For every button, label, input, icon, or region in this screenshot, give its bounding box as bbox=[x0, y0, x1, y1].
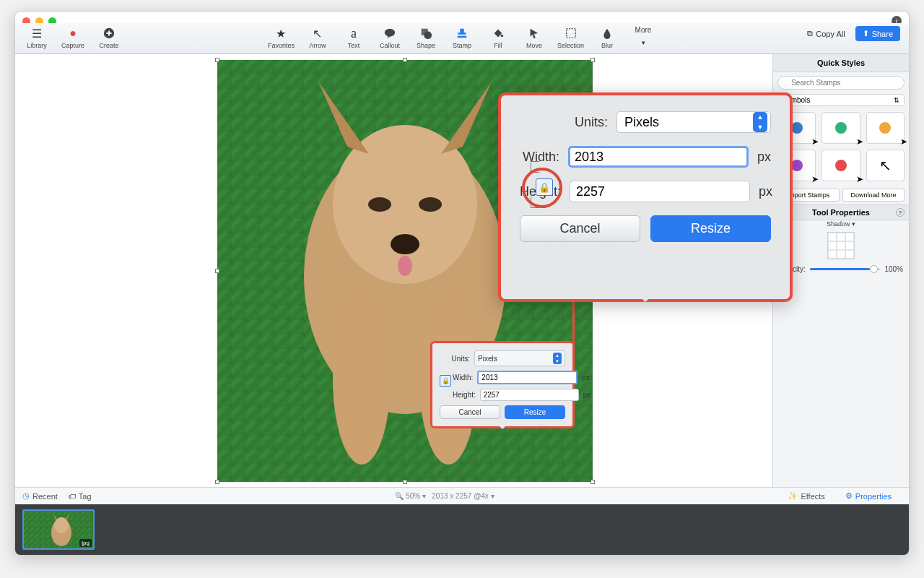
canvas-dimensions[interactable]: 2013 x 2257 @4x ▾ bbox=[432, 492, 494, 500]
height-input[interactable] bbox=[480, 389, 579, 401]
quick-styles-title: Quick Styles bbox=[773, 54, 909, 72]
px-unit: px bbox=[582, 374, 590, 381]
bucket-icon bbox=[491, 26, 505, 40]
share-button[interactable]: ⬆ Share bbox=[855, 26, 900, 41]
text-label: Text bbox=[348, 42, 360, 49]
svg-point-11 bbox=[391, 234, 419, 254]
titlebar: i bbox=[15, 12, 909, 23]
svg-rect-6 bbox=[566, 29, 575, 38]
star-icon: ★ bbox=[274, 26, 288, 40]
width-input[interactable] bbox=[477, 371, 578, 384]
cursor-icon: ➤ bbox=[900, 137, 907, 147]
resize-button[interactable]: Resize bbox=[505, 405, 565, 419]
width-input-big[interactable] bbox=[568, 146, 749, 168]
stamp-buttons: Import Stamps Download More bbox=[773, 186, 909, 204]
toolbar-left: ☰ Library ● Capture Create bbox=[24, 26, 122, 49]
px-unit-big: px bbox=[759, 184, 772, 199]
chevron-down-icon: ▾ bbox=[636, 35, 650, 50]
hamburger-icon: ☰ bbox=[30, 26, 44, 40]
create-label: Create bbox=[99, 42, 118, 49]
properties-label: Properties bbox=[855, 492, 892, 501]
recent-label: Recent bbox=[32, 492, 58, 501]
copy-icon: ⧉ bbox=[807, 29, 813, 38]
move-tool[interactable]: Move bbox=[521, 26, 547, 50]
stamp-green[interactable]: ➤ bbox=[821, 112, 860, 144]
gear-icon: ⚙ bbox=[845, 491, 853, 501]
help-icon[interactable]: ? bbox=[896, 208, 905, 217]
selection-tool[interactable]: Selection bbox=[557, 26, 584, 50]
blur-label: Blur bbox=[601, 42, 613, 49]
units-select[interactable]: Pixels▲▼ bbox=[474, 350, 565, 366]
opacity-row: Opacity: 100% bbox=[773, 261, 909, 277]
download-more-button[interactable]: Download More bbox=[842, 189, 905, 202]
svg-point-5 bbox=[501, 35, 504, 38]
aspect-lock-icon[interactable]: 🔒 bbox=[440, 375, 451, 387]
magnifier-icon[interactable]: 🔍 bbox=[395, 492, 404, 500]
svg-point-10 bbox=[419, 197, 442, 212]
selection-label: Selection bbox=[557, 42, 584, 49]
toolbar: ☰ Library ● Capture Create ★Favorites ↖A… bbox=[15, 23, 909, 54]
effects-button[interactable]: ✨Effects bbox=[788, 491, 824, 501]
copy-all-label: Copy All bbox=[816, 30, 845, 38]
callout-label: Callout bbox=[380, 42, 400, 49]
wand-icon: ✨ bbox=[788, 491, 798, 501]
units-select-big[interactable]: Pixels ▲▼ bbox=[616, 111, 771, 133]
fill-tool[interactable]: Fill bbox=[485, 26, 511, 50]
stamp-icon bbox=[455, 26, 469, 40]
cancel-button-big[interactable]: Cancel bbox=[520, 215, 640, 242]
blur-tool[interactable]: Blur bbox=[594, 26, 620, 50]
stepper-icon: ▲▼ bbox=[753, 112, 767, 132]
px-unit-big: px bbox=[757, 150, 771, 165]
library-label: Library bbox=[27, 42, 47, 49]
properties-button[interactable]: ⚙Properties bbox=[845, 491, 892, 501]
cursor-icon: ➤ bbox=[856, 137, 863, 147]
stamp-orange[interactable]: ➤ bbox=[866, 112, 905, 144]
text-tool[interactable]: aText bbox=[341, 26, 367, 50]
units-label-big: Units: bbox=[520, 115, 608, 130]
slider-thumb-icon[interactable] bbox=[870, 265, 878, 273]
stamp-category-select[interactable]: Symbols ⇅ bbox=[777, 94, 905, 106]
arrow-tool[interactable]: ↖Arrow bbox=[305, 26, 331, 50]
stamp-tool[interactable]: Stamp bbox=[449, 26, 475, 50]
svg-point-3 bbox=[424, 31, 432, 39]
pointer-outline-icon: ↖ bbox=[879, 157, 892, 174]
more-label: More bbox=[635, 26, 652, 34]
canvas-status: 🔍 50% ▾ 2013 x 2257 @4x ▾ bbox=[102, 492, 788, 500]
effects-label: Effects bbox=[801, 492, 824, 501]
cursor-icon: ➤ bbox=[811, 137, 819, 147]
side-panel: Quick Styles Symbols ⇅ ➤ ➤ ➤ ➤ ➤ ↖ Impor… bbox=[773, 54, 909, 487]
callout-tool[interactable]: Callout bbox=[377, 26, 403, 50]
annotation-circle bbox=[522, 168, 562, 208]
cancel-button[interactable]: Cancel bbox=[440, 405, 500, 419]
opacity-value: 100% bbox=[884, 265, 903, 273]
library-tool[interactable]: ☰ Library bbox=[24, 26, 50, 49]
capture-tool[interactable]: ● Capture bbox=[60, 26, 86, 49]
stamp-arrow-cursor[interactable]: ↖ bbox=[866, 150, 905, 181]
shape-tool[interactable]: Shape bbox=[413, 26, 439, 50]
opacity-slider[interactable] bbox=[810, 268, 881, 270]
tag-button[interactable]: 🏷Tag bbox=[68, 492, 92, 501]
search-stamps-input[interactable] bbox=[777, 76, 905, 90]
tray: jpg bbox=[15, 504, 909, 555]
recent-button[interactable]: ◷Recent bbox=[22, 491, 58, 501]
zoom-level[interactable]: 50% ▾ bbox=[406, 492, 426, 500]
arrow-icon: ↖ bbox=[310, 26, 325, 40]
record-icon: ● bbox=[66, 26, 80, 40]
units-value-big: Pixels bbox=[624, 115, 659, 130]
create-tool[interactable]: Create bbox=[96, 26, 122, 49]
move-label: Move bbox=[526, 42, 542, 49]
stamp-red[interactable]: ➤ bbox=[821, 150, 860, 181]
favorites-tool[interactable]: ★Favorites bbox=[268, 26, 295, 50]
shadow-direction-grid[interactable] bbox=[827, 232, 855, 259]
more-tool[interactable]: More▾ bbox=[630, 26, 656, 50]
pointer-icon bbox=[527, 26, 541, 40]
svg-point-12 bbox=[398, 256, 412, 276]
height-input-big[interactable] bbox=[570, 181, 750, 202]
resize-button-big[interactable]: Resize bbox=[650, 215, 771, 242]
clock-icon: ◷ bbox=[22, 491, 30, 501]
tray-thumbnail[interactable]: jpg bbox=[22, 509, 95, 550]
shadow-label[interactable]: Shadow ▾ bbox=[773, 220, 909, 228]
copy-all-button[interactable]: ⧉ Copy All bbox=[803, 27, 849, 40]
width-label-big: Width: bbox=[520, 150, 559, 165]
dropdown-arrows-icon: ⇅ bbox=[894, 97, 899, 104]
